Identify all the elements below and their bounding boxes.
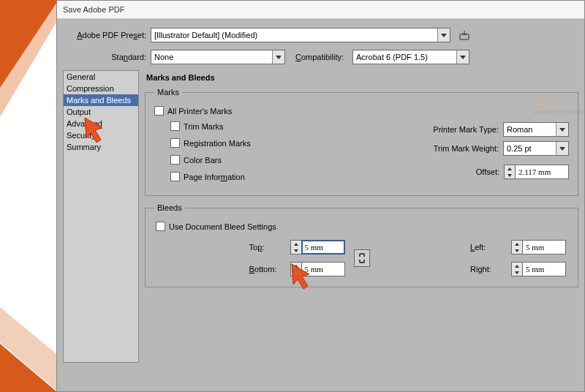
offset-input[interactable] — [515, 165, 569, 179]
offset-spinbox[interactable] — [504, 165, 569, 179]
marks-legend: Marks — [154, 88, 182, 97]
printer-mark-type-label: Printer Mark Type: — [433, 125, 503, 134]
compatibility-label: Compatibility: — [295, 53, 348, 61]
trim-mark-weight-dropdown[interactable]: 0.25 pt — [503, 141, 569, 156]
chevron-down-icon — [272, 50, 284, 64]
spin-up-icon[interactable] — [512, 241, 522, 247]
spin-down-icon[interactable] — [291, 269, 301, 276]
bleed-right-input[interactable] — [522, 262, 566, 276]
spin-down-icon[interactable] — [505, 172, 515, 178]
registration-marks-checkbox[interactable]: Registration Marks — [170, 138, 301, 148]
trim-mark-weight-label: Trim Mark Weight: — [434, 144, 503, 153]
bleed-top-input[interactable] — [301, 240, 345, 255]
chevron-down-icon — [556, 142, 568, 155]
bleed-left-input[interactable] — [522, 240, 566, 255]
sidebar-item-marks-and-bleeds[interactable]: Marks and Bleeds — [64, 94, 138, 106]
sidebar-item-compression[interactable]: Compression — [64, 83, 138, 94]
bleed-top-spinbox[interactable] — [290, 240, 345, 255]
bleed-right-spinbox[interactable] — [511, 262, 566, 276]
chevron-down-icon — [556, 123, 568, 136]
spin-down-icon[interactable] — [512, 247, 522, 254]
bleed-bottom-label: Bottom: — [249, 265, 290, 274]
bleed-right-label: Right: — [470, 265, 511, 274]
chevron-down-icon — [437, 29, 450, 42]
bleed-left-label: Left: — [470, 243, 511, 252]
sidebar-item-output[interactable]: Output — [64, 106, 138, 118]
use-document-bleed-checkbox[interactable]: Use Document Bleed Settings — [156, 222, 276, 231]
category-sidebar: General Compression Marks and Bleeds Out… — [63, 70, 139, 363]
save-preset-icon[interactable] — [458, 29, 471, 42]
color-bars-checkbox[interactable]: Color Bars — [170, 155, 301, 165]
compatibility-dropdown[interactable]: Acrobat 6 (PDF 1.5) — [352, 50, 469, 64]
bleeds-group: Bleeds Use Document Bleed Settings Top: — [145, 203, 578, 287]
standard-dropdown[interactable]: None — [151, 50, 285, 64]
sidebar-item-security[interactable]: Security — [64, 129, 138, 141]
preset-label: Adobe PDF Preset: — [63, 31, 151, 39]
bleed-bottom-input[interactable] — [301, 262, 345, 276]
all-printers-marks-box[interactable] — [154, 106, 164, 116]
sidebar-item-summary[interactable]: Summary — [64, 141, 138, 153]
spin-up-icon[interactable] — [512, 263, 522, 269]
link-bleeds-button[interactable] — [354, 249, 370, 267]
printer-mark-type-dropdown[interactable]: Roman — [503, 122, 569, 137]
bleeds-legend: Bleeds — [154, 203, 185, 212]
sidebar-item-advanced[interactable]: Advanced — [64, 118, 138, 129]
panel-title: Marks and Bleeds — [145, 70, 578, 88]
offset-label: Offset: — [476, 167, 504, 176]
spin-down-icon[interactable] — [291, 247, 301, 254]
link-icon — [358, 252, 366, 264]
all-printers-marks-label: All Printer's Marks — [167, 107, 232, 116]
marks-group: Marks All Printer's Marks Trim Marks Reg… — [145, 88, 578, 196]
all-printers-marks-checkbox[interactable]: All Printer's Marks — [154, 106, 232, 116]
spin-up-icon[interactable] — [291, 241, 301, 247]
trim-marks-checkbox[interactable]: Trim Marks — [170, 121, 301, 131]
chevron-down-icon — [456, 50, 469, 64]
page-information-checkbox[interactable]: Page Information — [170, 172, 301, 181]
bleed-left-spinbox[interactable] — [511, 240, 566, 255]
spin-up-icon[interactable] — [291, 263, 301, 269]
standard-label: Standard: — [63, 53, 151, 61]
sidebar-item-general[interactable]: General — [64, 71, 138, 83]
save-pdf-dialog: Save Adobe PDF Adobe PDF Preset: [Illust… — [56, 0, 585, 392]
bleed-bottom-spinbox[interactable] — [290, 262, 345, 276]
preset-dropdown[interactable]: [Illustrator Default] (Modified) — [151, 28, 450, 42]
dialog-title: Save Adobe PDF — [57, 1, 584, 19]
spin-down-icon[interactable] — [512, 269, 522, 276]
bleed-top-label: Top: — [249, 243, 290, 252]
spin-up-icon[interactable] — [505, 165, 515, 172]
